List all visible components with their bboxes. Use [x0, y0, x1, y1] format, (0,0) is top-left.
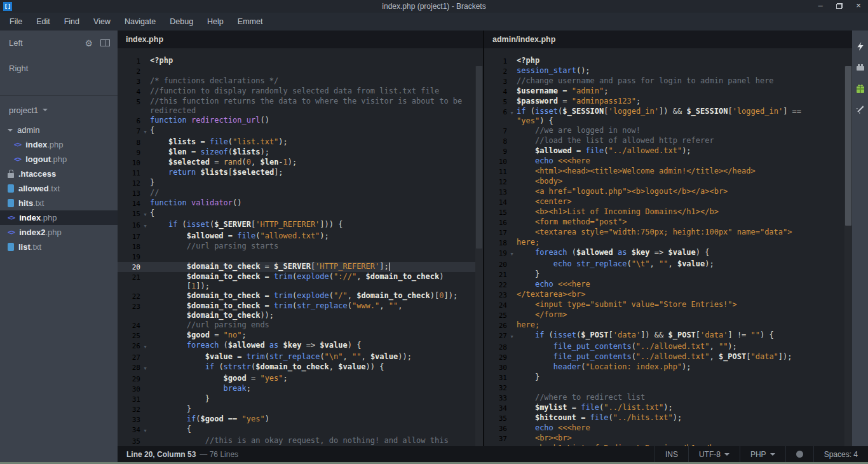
- code-line-2[interactable]: 2: [118, 66, 483, 76]
- code-line-15[interactable]: 15▼{: [118, 208, 483, 220]
- left-scrollbar-thumb[interactable]: [476, 66, 482, 249]
- code-line-22[interactable]: 22 $domain_to_check = trim(explode("/", …: [118, 291, 483, 301]
- restore-button[interactable]: [830, 0, 849, 13]
- code-line-6[interactable]: 6▼if (isset($_SESSION['logged_in']) && $…: [484, 107, 852, 126]
- fold-arrow-icon[interactable]: ▼: [140, 220, 150, 231]
- tree-file-index2-php[interactable]: <>index2.php: [0, 225, 118, 240]
- menu-debug[interactable]: Debug: [163, 13, 200, 31]
- code-line-22[interactable]: 22 echo <<<here: [484, 280, 852, 290]
- code-line-29[interactable]: 29 file_put_contents("../allowed.txt", $…: [484, 352, 852, 362]
- code-line-34[interactable]: 34▼ {: [118, 425, 483, 436]
- code-line-3[interactable]: 3//change username and pass for login to…: [484, 76, 852, 86]
- right-scrollbar-thumb[interactable]: [845, 66, 851, 226]
- code-line-14[interactable]: 14 <center>: [484, 197, 852, 207]
- live-preview-icon[interactable]: [855, 41, 865, 51]
- code-line-20[interactable]: 20 $domain_to_check = $_SERVER['HTTP_REF…: [118, 262, 483, 272]
- gear-icon[interactable]: ⚙: [85, 39, 93, 48]
- encoding-dropdown[interactable]: UTF-8: [688, 446, 740, 462]
- right-code-area[interactable]: 1<?php2session_start();3//change usernam…: [484, 48, 852, 446]
- tree-file-index-php[interactable]: <>index.php: [0, 137, 118, 152]
- code-line-15[interactable]: 15 <b><h1>List of Incoming Domains</h1><…: [484, 207, 852, 217]
- code-line-31[interactable]: 31 }: [118, 394, 483, 404]
- extension-manager-icon[interactable]: [855, 62, 865, 72]
- code-line-5[interactable]: 5$password = "adminpass123";: [484, 97, 852, 107]
- code-line-24[interactable]: 24 //url parsing ends: [118, 320, 483, 331]
- code-line-13[interactable]: 13 <a href="logout.php"><b>logout</b></a…: [484, 187, 852, 197]
- fold-arrow-icon[interactable]: ▼: [140, 341, 150, 352]
- code-line-10[interactable]: 10 echo <<<here: [484, 156, 852, 167]
- tree-file-allowed-txt[interactable]: allowed.txt: [0, 181, 118, 196]
- code-line-21[interactable]: 21 $domain_to_check = trim(explode("://"…: [118, 272, 483, 291]
- tree-file-htaccess[interactable]: .htaccess: [0, 167, 118, 181]
- code-line-25[interactable]: 25 </form>: [484, 310, 852, 320]
- code-line-13[interactable]: 13//: [118, 188, 483, 198]
- code-line-1[interactable]: 1<?php: [118, 56, 483, 66]
- left-code-area[interactable]: 1<?php23/* functions declarations */4//f…: [118, 48, 483, 446]
- code-line-17[interactable]: 17 <textarea style="width:750px; height:…: [484, 228, 852, 238]
- split-view-icon[interactable]: [100, 39, 110, 46]
- code-line-11[interactable]: 11 <html><head><title>Welcome admin!</ti…: [484, 167, 852, 177]
- code-line-16[interactable]: 16▼ if (isset($_SERVER['HTTP_REFERER']))…: [118, 220, 483, 231]
- fold-arrow-icon[interactable]: ▼: [507, 248, 517, 259]
- menu-navigate[interactable]: Navigate: [118, 13, 163, 31]
- code-line-19[interactable]: 19: [118, 252, 483, 262]
- code-line-26[interactable]: 26▼ foreach ($allowed as $key => $value)…: [118, 341, 483, 352]
- code-line-3[interactable]: 3/* functions declarations */: [118, 76, 483, 86]
- menu-find[interactable]: Find: [57, 13, 86, 31]
- fold-arrow-icon[interactable]: ▼: [507, 107, 517, 118]
- code-line-9[interactable]: 9 $len = sizeof($lists);: [118, 147, 483, 158]
- left-pane-header[interactable]: index.php: [118, 31, 483, 48]
- code-line-24[interactable]: 24 <input type="submit" value="Store Ent…: [484, 300, 852, 310]
- code-line-2[interactable]: 2session_start();: [484, 66, 852, 76]
- code-line-18[interactable]: 18 //url parsing starts: [118, 242, 483, 252]
- code-line-27[interactable]: 27 $value = trim(str_replace("\n", "", $…: [118, 352, 483, 362]
- code-line-37[interactable]: 37 <br><br>: [484, 433, 852, 444]
- code-line-36[interactable]: 36 echo <<<here: [484, 423, 852, 433]
- code-line-32[interactable]: 32: [484, 383, 852, 393]
- project-dropdown[interactable]: project1: [0, 102, 118, 118]
- code-line-9[interactable]: 9 $allowed = file("../allowed.txt");: [484, 146, 852, 156]
- insert-mode-indicator[interactable]: INS: [654, 446, 688, 462]
- code-line-30[interactable]: 30 break;: [118, 384, 483, 394]
- code-line-19[interactable]: 19▼ foreach ($allowed as $key => $value)…: [484, 248, 852, 259]
- code-line-16[interactable]: 16 <form method="post">: [484, 217, 852, 228]
- right-scrollbar[interactable]: [844, 66, 852, 446]
- code-line-33[interactable]: 33 if($good == "yes"): [118, 414, 483, 425]
- tree-file-list-txt[interactable]: list.txt: [0, 240, 118, 254]
- code-line-23[interactable]: 23</textarea><br>: [484, 290, 852, 300]
- fold-arrow-icon[interactable]: ▼: [507, 331, 517, 342]
- menu-view[interactable]: View: [86, 13, 118, 31]
- minimize-button[interactable]: –: [811, 0, 830, 13]
- code-line-1[interactable]: 1<?php: [484, 56, 852, 66]
- code-line-8[interactable]: 8 //load the list of allowed http refere…: [484, 136, 852, 146]
- code-line-25[interactable]: 25 $good = "no";: [118, 331, 483, 341]
- menu-emmet[interactable]: Emmet: [231, 13, 270, 31]
- code-line-17[interactable]: 17 $allowed = file("allowed.txt");: [118, 231, 483, 242]
- code-line-27[interactable]: 27▼ if (isset($_POST['data']) && $_POST[…: [484, 331, 852, 342]
- code-line-12[interactable]: 12}: [118, 178, 483, 188]
- code-line-34[interactable]: 34 $mylist = file("../list.txt");: [484, 403, 852, 413]
- menu-file[interactable]: File: [3, 13, 29, 31]
- language-dropdown[interactable]: PHP: [740, 446, 785, 462]
- code-line-21[interactable]: 21 }: [484, 270, 852, 280]
- code-line-35[interactable]: 35 //this is an okay request, do nothing…: [118, 436, 483, 446]
- fold-arrow-icon[interactable]: ▼: [140, 208, 150, 220]
- code-line-4[interactable]: 4$username = "admin";: [484, 86, 852, 97]
- fold-arrow-icon[interactable]: ▼: [140, 362, 150, 374]
- code-line-35[interactable]: 35 $hitcount = file("../hits.txt");: [484, 413, 852, 423]
- code-line-11[interactable]: 11 return $lists[$selected];: [118, 168, 483, 178]
- code-line-28[interactable]: 28▼ if (strstr($domain_to_check, $value)…: [118, 362, 483, 374]
- code-line-29[interactable]: 29 $good = "yes";: [118, 374, 483, 384]
- tree-file-index-php[interactable]: <>index.php: [0, 210, 118, 225]
- code-line-7[interactable]: 7▼{: [118, 126, 483, 137]
- fold-arrow-icon[interactable]: ▼: [140, 126, 150, 137]
- gift-extension-icon[interactable]: [855, 83, 865, 93]
- left-scrollbar[interactable]: [475, 66, 483, 446]
- menu-help[interactable]: Help: [200, 13, 231, 31]
- code-line-23[interactable]: 23 $domain_to_check = trim(str_replace("…: [118, 301, 483, 320]
- menu-edit[interactable]: Edit: [29, 13, 57, 31]
- right-pane-header[interactable]: admin/index.php: [484, 31, 852, 48]
- tree-file-logout-php[interactable]: <>logout.php: [0, 152, 118, 167]
- code-line-32[interactable]: 32 }: [118, 404, 483, 414]
- code-line-31[interactable]: 31 }: [484, 372, 852, 383]
